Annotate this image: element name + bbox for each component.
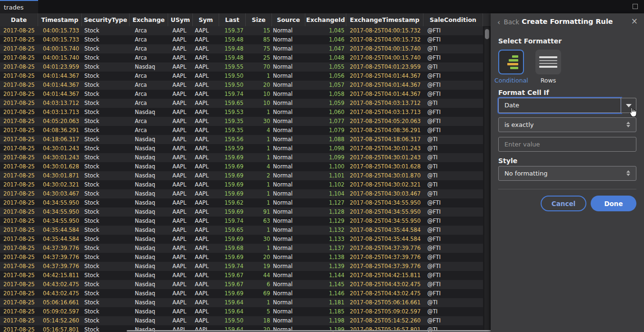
cell[interactable]: 159.50 <box>219 316 246 325</box>
cell[interactable]: @TI <box>423 62 483 72</box>
cell[interactable]: 1,059 <box>305 99 346 108</box>
cell[interactable]: AAPL <box>168 217 193 226</box>
cell[interactable]: @FTI <box>423 271 483 280</box>
column-header-sym[interactable]: Sym <box>193 13 219 26</box>
cell[interactable]: AAPL <box>168 189 193 198</box>
condition-select[interactable]: is exactly <box>498 117 636 132</box>
cell[interactable]: AAPL <box>168 235 193 244</box>
cell[interactable]: Normal <box>272 53 305 62</box>
cell[interactable]: AAPL <box>168 289 193 298</box>
cell[interactable]: Normal <box>272 44 305 53</box>
cell[interactable]: 04:30:03.467 <box>38 189 82 198</box>
cell[interactable]: Stock <box>82 44 130 53</box>
cell[interactable]: AAPL <box>193 162 219 171</box>
cell[interactable]: AAPL <box>168 53 193 62</box>
cell[interactable]: 04:01:44.367 <box>38 72 82 81</box>
cell[interactable]: AAPL <box>193 307 219 316</box>
table-row[interactable]: 2017-08-2504:35:44.584StockNasdaqAAPLAAP… <box>0 226 483 235</box>
cell[interactable]: 2017-08-25 <box>0 289 38 298</box>
cell[interactable]: Stock <box>82 144 130 153</box>
cell[interactable]: 2017-08-25T04:30:01.628 <box>346 162 423 171</box>
cell[interactable]: 19 <box>246 262 272 271</box>
cell[interactable]: 2017-08-25T04:03:13.712 <box>346 99 423 108</box>
value-input[interactable] <box>498 137 636 152</box>
cell[interactable]: Stock <box>82 280 130 289</box>
cell[interactable]: Arca <box>130 53 168 62</box>
cell[interactable]: 2017-08-25 <box>0 307 38 316</box>
cell[interactable]: 04:34:55.950 <box>38 198 82 208</box>
cell[interactable]: @FTI <box>423 198 483 208</box>
cell[interactable]: Normal <box>272 99 305 108</box>
table-row[interactable]: 2017-08-2504:30:01.628StockNasdaqAAPLAAP… <box>0 162 483 171</box>
cell[interactable]: @TI <box>423 44 483 53</box>
cell[interactable]: Nasdaq <box>130 289 168 298</box>
cell[interactable]: 1,098 <box>305 144 346 153</box>
cell[interactable]: AAPL <box>193 126 219 135</box>
cell[interactable]: AAPL <box>168 198 193 208</box>
cell[interactable]: 1,104 <box>305 189 346 198</box>
cell[interactable]: @FTI <box>423 244 483 253</box>
cell[interactable]: 05:06:16.661 <box>38 298 82 307</box>
cancel-button[interactable]: Cancel <box>541 196 586 211</box>
cell[interactable]: AAPL <box>193 198 219 208</box>
cell[interactable]: 2017-08-25 <box>0 244 38 253</box>
cell[interactable]: 2017-08-25T04:37:39.776 <box>346 262 423 271</box>
formatter-label-rows[interactable]: Rows <box>535 77 561 84</box>
cell[interactable]: AAPL <box>168 144 193 153</box>
cell[interactable]: 1 <box>246 144 272 153</box>
cell[interactable]: @FTI <box>423 253 483 262</box>
cell[interactable]: 1 <box>246 244 272 253</box>
cell[interactable]: 159.55 <box>219 62 246 72</box>
cell[interactable]: Nasdaq <box>130 198 168 208</box>
cell[interactable]: 85 <box>246 35 272 44</box>
cell[interactable]: 30 <box>246 117 272 126</box>
cell[interactable]: 04:03:13.713 <box>38 108 82 117</box>
cell[interactable]: AAPL <box>168 26 193 35</box>
cell[interactable]: 2017-08-25T04:03:13.713 <box>346 108 423 117</box>
cell[interactable]: 1,185 <box>305 307 346 316</box>
table-row[interactable]: 2017-08-2504:01:44.367StockArcaAAPLAAPL1… <box>0 90 483 99</box>
cell[interactable]: Arca <box>130 72 168 81</box>
cell[interactable]: 159.69 <box>219 162 246 171</box>
cell[interactable]: AAPL <box>168 35 193 44</box>
cell[interactable]: Stock <box>82 53 130 62</box>
cell[interactable]: 2017-08-25 <box>0 298 38 307</box>
cell[interactable]: AAPL <box>168 162 193 171</box>
cell[interactable]: Stock <box>82 325 130 332</box>
cell[interactable]: AAPL <box>168 81 193 90</box>
cell[interactable]: @FTI <box>423 226 483 235</box>
cell[interactable]: Normal <box>272 72 305 81</box>
cell[interactable]: Normal <box>272 162 305 171</box>
cell[interactable]: 1,100 <box>305 162 346 171</box>
cell[interactable]: 2017-08-25T04:30:03.467 <box>346 189 423 198</box>
cell[interactable]: 04:30:01.243 <box>38 153 82 162</box>
cell[interactable]: Stock <box>82 108 130 117</box>
cell[interactable]: Stock <box>82 171 130 180</box>
table-row[interactable]: 2017-08-2504:37:39.776StockNasdaqAAPLAAP… <box>0 244 483 253</box>
cell[interactable]: AAPL <box>193 108 219 117</box>
cell[interactable]: 2017-08-25 <box>0 280 38 289</box>
cell[interactable]: 1 <box>246 135 272 144</box>
cell[interactable]: 04:30:02.321 <box>38 180 82 189</box>
cell[interactable]: 2017-08-25T04:42:15.811 <box>346 271 423 280</box>
cell[interactable]: 04:34:55.950 <box>38 217 82 226</box>
cell[interactable]: 2017-08-25T05:06:16.661 <box>346 298 423 307</box>
cell[interactable]: 2017-08-25T04:01:23.959 <box>346 62 423 72</box>
cell[interactable]: AAPL <box>193 235 219 244</box>
cell[interactable]: Stock <box>82 117 130 126</box>
cell[interactable]: @FTI <box>423 126 483 135</box>
table-row[interactable]: 2017-08-2504:01:44.367StockArcaAAPLAAPL1… <box>0 81 483 90</box>
column-header-source[interactable]: Source <box>272 13 305 26</box>
cell[interactable]: Normal <box>272 307 305 316</box>
cell[interactable]: AAPL <box>193 262 219 271</box>
cell[interactable]: AAPL <box>168 280 193 289</box>
column-combo-value[interactable]: Date <box>498 98 621 113</box>
table-row[interactable]: 2017-08-2504:37:39.776StockNasdaqAAPLAAP… <box>0 253 483 262</box>
cell[interactable]: @FTI <box>423 35 483 44</box>
cell[interactable]: @TI <box>423 171 483 180</box>
table-row[interactable]: 2017-08-2505:09:02.597StockNasdaqAAPLAAP… <box>0 307 483 316</box>
cell[interactable]: @FTI <box>423 262 483 271</box>
cell[interactable]: Normal <box>272 271 305 280</box>
cell[interactable]: 2017-08-25T04:00:15.732 <box>346 35 423 44</box>
cell[interactable]: 159.65 <box>219 99 246 108</box>
